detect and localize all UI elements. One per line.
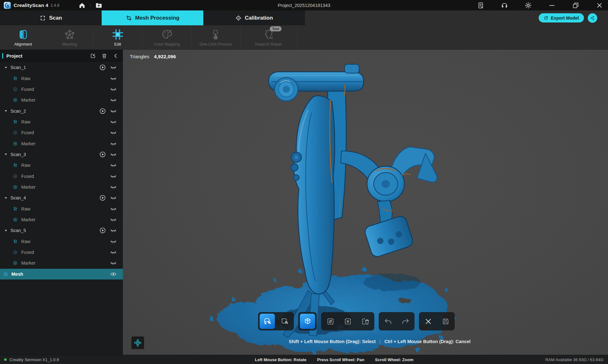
eye-closed-icon[interactable] [110,108,117,115]
maximize-button[interactable] [572,2,580,9]
eye-closed-icon[interactable] [110,238,117,245]
eye-closed-icon[interactable] [110,249,117,256]
cancel-button[interactable] [421,314,436,329]
delete-selection-button[interactable] [358,314,373,329]
eye-closed-icon[interactable] [110,260,117,267]
tree-item-label: Marker [21,217,35,222]
play-icon[interactable] [99,64,106,71]
tree-item-scan-2-raw[interactable]: Raw [0,116,123,127]
tree-item-scan-3-raw[interactable]: Raw [0,160,123,171]
eye-closed-icon[interactable] [110,86,117,93]
row-icons [99,151,123,158]
eye-closed-icon[interactable] [110,162,117,169]
eye-closed-icon[interactable] [110,118,117,125]
ribbon-item-label: Color Mapping [154,42,180,47]
viewport-3d[interactable]: Triangles 4,922,096 [123,50,608,355]
export-model-button[interactable]: Export Model [539,13,584,22]
ribbon-item-edit[interactable]: Edit [93,25,142,50]
support-icon[interactable] [501,2,508,9]
release-notes-icon[interactable] [477,2,484,9]
status-hint: Press Scroll Wheel: Pan [317,357,364,362]
ribbon-item-one-click-process[interactable]: One-Click Process [192,25,240,50]
eye-closed-icon[interactable] [110,140,117,147]
caret-down-icon[interactable] [4,109,8,113]
play-icon[interactable] [99,194,106,201]
rect-select-button[interactable] [277,314,292,329]
eye-closed-icon[interactable] [110,194,117,201]
tree-item-scan-1-fused[interactable]: Fused [0,84,123,95]
tree-item-scan-1-raw[interactable]: Raw [0,73,123,84]
tree-item-label: Raw [21,206,30,211]
eye-closed-icon[interactable] [110,97,117,104]
caret-down-icon[interactable] [4,229,8,232]
eye-closed-icon[interactable] [110,75,117,82]
tree-item-scan-5-marker[interactable]: Marker [0,258,123,268]
tree-item-scan-4[interactable]: Scan_4 [0,192,123,203]
tree-item-scan-4-raw[interactable]: Raw [0,203,123,214]
delete-icon[interactable] [101,53,107,59]
ram-available: RAM Available 36.93G / 63.64G [545,357,608,362]
triangles-label: Triangles [130,54,149,59]
minimize-button[interactable] [548,2,556,9]
play-icon[interactable] [99,227,106,234]
ribbon-item-alignment[interactable]: Alignment [0,25,46,50]
tree-item-scan-2-marker[interactable]: Marker [0,138,123,149]
row-icons [110,86,123,93]
model-3d[interactable] [123,50,608,355]
eye-closed-icon[interactable] [110,151,117,158]
cut-through-button[interactable] [300,314,315,329]
eye-closed-icon[interactable] [110,173,117,180]
caret-down-icon[interactable] [4,153,8,156]
tree-item-scan-3-fused[interactable]: Fused [0,171,123,181]
row-icons [110,118,123,125]
tree-item-scan-1-marker[interactable]: Marker [0,95,123,105]
eye-closed-icon[interactable] [110,129,117,136]
invert-selection-button[interactable] [323,314,338,329]
tree-item-scan-1[interactable]: Scan_1 [0,62,123,73]
tree-item-scan-2-fused[interactable]: Fused [0,127,123,138]
eye-closed-icon[interactable] [110,227,117,234]
tree-item-label: Raw [21,163,30,168]
save-button[interactable] [438,314,453,329]
undo-button[interactable] [380,314,396,329]
tab-scan[interactable]: Scan [0,10,102,25]
tree-item-mesh[interactable]: Mesh [0,269,123,279]
tree-item-scan-2[interactable]: Scan_2 [0,105,123,116]
tab-calibration[interactable]: Calibration [203,10,305,25]
home-icon[interactable] [78,2,86,9]
settings-icon[interactable] [524,2,532,9]
collapse-panel-icon[interactable] [113,53,119,59]
ribbon-item-meshing[interactable]: Meshing [46,25,93,50]
ribbon-item-color-mapping[interactable]: Color Mapping [142,25,191,50]
clear-selection-button[interactable] [340,314,355,329]
close-button[interactable] [596,2,603,9]
eye-closed-icon[interactable] [110,216,117,223]
tab-mesh-processing[interactable]: Mesh Processing [102,10,203,25]
tree-item-scan-5-fused[interactable]: Fused [0,247,123,258]
delete-selection-icon [361,317,370,326]
play-icon[interactable] [99,108,106,115]
tree-item-scan-5[interactable]: Scan_5 [0,225,123,236]
eye-closed-icon[interactable] [110,205,117,212]
play-icon[interactable] [99,151,106,158]
tree-item-scan-3-marker[interactable]: Marker [0,182,123,192]
tree-item-scan-3[interactable]: Scan_3 [0,149,123,160]
caret-down-icon[interactable] [4,196,8,200]
tree-item-scan-5-raw[interactable]: Raw [0,236,123,247]
ribbon-item-head-ai-repair[interactable]: AITestHead AI Repair [241,25,297,50]
tree-item-scan-4-marker[interactable]: Marker [0,214,123,225]
eye-closed-icon[interactable] [110,184,117,191]
caret-down-icon[interactable] [4,66,8,69]
reset-view-button[interactable] [131,336,144,349]
redo-button[interactable] [398,314,413,329]
lasso-select-button[interactable] [260,314,275,329]
import-model-icon[interactable] [90,53,96,59]
fused-icon [12,249,18,255]
marker-icon [12,217,18,223]
eye-open-icon[interactable] [110,271,117,278]
open-project-icon[interactable] [95,2,103,9]
share-button[interactable] [588,13,597,23]
eye-closed-icon[interactable] [110,64,117,71]
tab-label: Mesh Processing [135,15,180,21]
raw-icon [12,76,18,81]
